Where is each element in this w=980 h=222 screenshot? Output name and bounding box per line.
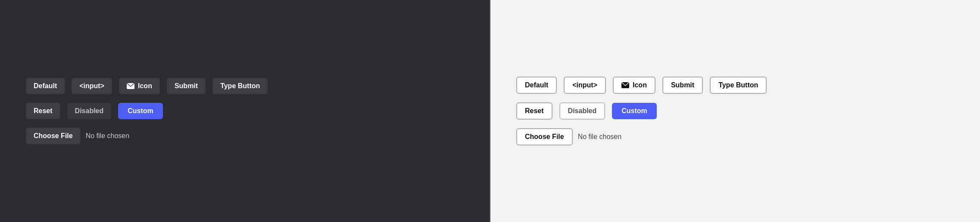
dark-type-button[interactable]: Type Button [212, 78, 268, 94]
light-panel: Default <input> Icon Submit Type Button … [490, 0, 980, 222]
light-row-3: Choose File No file chosen [516, 128, 621, 145]
dark-icon-button[interactable]: Icon [119, 78, 160, 94]
dark-default-button[interactable]: Default [26, 78, 65, 94]
light-disabled-button: Disabled [559, 102, 605, 120]
dark-icon-button-label: Icon [138, 82, 152, 90]
dark-input-button[interactable]: <input> [72, 78, 112, 94]
light-choose-file-button[interactable]: Choose File [516, 128, 573, 145]
envelope-icon [127, 83, 134, 89]
dark-panel: Default <input> Icon Submit Type Button … [0, 0, 490, 222]
dark-file-input-wrapper: Choose File No file chosen [26, 128, 129, 144]
dark-submit-button[interactable]: Submit [167, 78, 206, 94]
light-no-file-text: No file chosen [578, 133, 621, 141]
light-icon-button[interactable]: Icon [613, 77, 655, 94]
light-input-button[interactable]: <input> [564, 77, 606, 94]
dark-no-file-text: No file chosen [86, 132, 129, 140]
light-reset-button[interactable]: Reset [516, 102, 552, 120]
envelope-icon-light [621, 82, 629, 88]
light-row-2: Reset Disabled Custom [516, 102, 657, 120]
light-type-button[interactable]: Type Button [710, 77, 767, 94]
dark-reset-button[interactable]: Reset [26, 103, 60, 119]
light-submit-button[interactable]: Submit [662, 77, 703, 94]
light-custom-button[interactable]: Custom [612, 103, 657, 119]
dark-custom-button[interactable]: Custom [118, 103, 163, 119]
dark-row-3: Choose File No file chosen [26, 128, 129, 144]
dark-row-1: Default <input> Icon Submit Type Button [26, 78, 268, 94]
light-icon-button-label: Icon [633, 81, 647, 89]
dark-disabled-button: Disabled [67, 103, 112, 119]
dark-row-2: Reset Disabled Custom [26, 103, 163, 119]
light-file-input-wrapper: Choose File No file chosen [516, 128, 621, 145]
light-default-button[interactable]: Default [516, 77, 557, 94]
dark-choose-file-button[interactable]: Choose File [26, 128, 81, 144]
light-row-1: Default <input> Icon Submit Type Button [516, 77, 767, 94]
